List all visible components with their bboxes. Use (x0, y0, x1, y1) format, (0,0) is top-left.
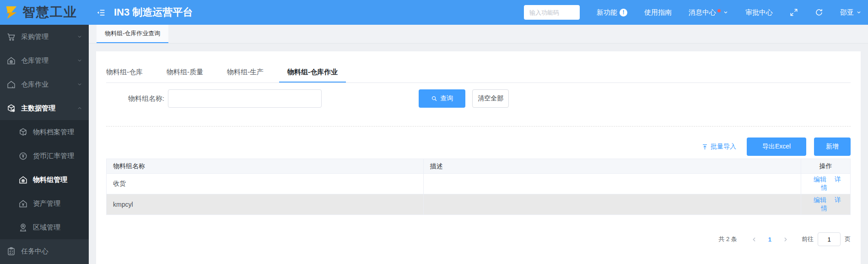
cell-material-group-name: kmpcyl (107, 194, 424, 215)
map-pin-icon (18, 223, 28, 232)
sidebar-item-label: 物料档案管理 (33, 128, 74, 137)
tab-material-group-quality[interactable]: 物料组-质量 (158, 61, 211, 82)
goto-page-label: 前往 (802, 235, 814, 243)
content-card: 物料组-仓库 物料组-质量 物料组-生产 物料组-仓库作业 物料组名称: 查询 (96, 51, 861, 264)
sidebar-item-label: 采购管理 (21, 33, 49, 41)
total-count-label: 共 2 条 (718, 235, 737, 243)
column-header-name: 物料组名称 (107, 159, 424, 174)
export-excel-button[interactable]: 导出Excel (747, 138, 806, 156)
cell-material-group-name: 收货 (107, 174, 424, 194)
cube-gear-icon (6, 104, 16, 113)
search-icon (431, 95, 437, 102)
sidebar-item-purchase-mgmt[interactable]: 采购管理 (0, 25, 89, 49)
sidebar-item-label: 仓库管理 (21, 56, 49, 65)
query-button-label: 查询 (440, 94, 453, 103)
refresh-icon[interactable] (815, 8, 823, 16)
sidebar-item-label: 任务中心 (21, 247, 49, 256)
sidebar-item-currency-rate-mgmt[interactable]: 货币汇率管理 (0, 144, 89, 168)
column-header-actions: 操作 (801, 159, 851, 174)
sidebar-item-label: 物料组管理 (33, 176, 67, 184)
clear-all-button[interactable]: 清空全部 (472, 89, 509, 108)
batch-import-link[interactable]: 批量导入 (701, 143, 736, 151)
material-group-table: 物料组名称 描述 操作 收货 编辑 详情 km (106, 159, 851, 215)
add-new-button[interactable]: 新增 (814, 138, 851, 156)
user-guide-label: 使用指南 (644, 8, 672, 17)
chevron-down-icon (77, 82, 82, 87)
tab-material-group-warehouse-ops[interactable]: 物料组-仓库作业 (279, 61, 346, 82)
approval-center-button[interactable]: 审批中心 (745, 8, 773, 17)
user-menu-button[interactable]: 邵亚 (840, 8, 862, 17)
house-yen-icon (18, 199, 28, 209)
table-row: 收货 编辑 详情 (107, 174, 851, 194)
sidebar-item-label: 仓库作业 (21, 80, 49, 89)
chevron-up-icon (77, 105, 82, 111)
page-number-1[interactable]: 1 (761, 236, 778, 243)
tag-active-page[interactable]: 物料组-仓库作业查询 (97, 25, 168, 43)
cell-description (423, 194, 801, 215)
sidebar-item-task-center[interactable]: 任务中心 (0, 239, 89, 263)
sidebar-item-master-data-mgmt[interactable]: 主数据管理 (0, 96, 89, 120)
new-features-button[interactable]: 新功能 ! (597, 8, 627, 17)
chevron-down-icon (723, 10, 728, 15)
cart-icon (6, 32, 16, 42)
query-button[interactable]: 查询 (419, 89, 465, 108)
company-logo-icon (4, 5, 19, 20)
table-row: kmpcyl 编辑 详情 (107, 194, 851, 215)
sidebar-item-asset-mgmt[interactable]: 资产管理 (0, 192, 89, 215)
add-new-label: 新增 (826, 143, 839, 151)
function-code-search-input[interactable] (524, 5, 580, 20)
chevron-down-icon (856, 10, 862, 15)
sidebar-item-material-archive-mgmt[interactable]: 物料档案管理 (0, 120, 89, 144)
upload-icon (701, 143, 708, 150)
main-area: 物料组-仓库作业查询 物料组-仓库 物料组-质量 物料组-生产 物料组-仓库作业… (89, 25, 868, 264)
message-center-button[interactable]: 消息中心 (689, 8, 728, 17)
sidebar-nav: 采购管理 仓库管理 仓库作业 (0, 25, 89, 264)
dashed-divider (106, 126, 851, 126)
chevron-down-icon (77, 34, 82, 39)
top-header-bar: 智慧工业 IN3 制造运营平台 新功能 ! 使用指南 消息中心 (0, 0, 868, 25)
edit-link[interactable]: 编辑 (814, 176, 826, 183)
sidebar-submenu-master-data: 物料档案管理 货币汇率管理 物料组管理 (0, 120, 89, 239)
material-group-name-input[interactable] (168, 89, 322, 108)
warehouse-gear-icon (6, 56, 16, 66)
collapse-menu-icon[interactable] (96, 8, 106, 17)
query-form: 物料组名称: 查询 清空全部 (106, 89, 851, 108)
exclamation-badge-icon: ! (620, 9, 627, 16)
sidebar-item-warehouse-ops[interactable]: 仓库作业 (0, 72, 89, 96)
prev-page-icon[interactable] (747, 236, 761, 242)
material-group-name-label: 物料组名称: (128, 94, 164, 103)
batch-import-label: 批量导入 (711, 143, 736, 151)
goto-page-input[interactable] (818, 232, 841, 246)
table-actions-row: 批量导入 导出Excel 新增 (106, 138, 851, 156)
edit-link[interactable]: 编辑 (814, 196, 826, 204)
message-center-label: 消息中心 (689, 8, 716, 17)
header-nav: 新功能 ! 使用指南 消息中心 审批中心 (524, 5, 868, 20)
pagination: 共 2 条 1 前往 页 (106, 232, 851, 246)
export-excel-label: 导出Excel (762, 143, 791, 151)
approval-center-label: 审批中心 (745, 8, 773, 17)
cell-actions: 编辑 详情 (801, 174, 851, 194)
page-title: IN3 制造运营平台 (114, 6, 193, 19)
sidebar-item-label: 主数据管理 (21, 104, 55, 113)
cell-description (423, 174, 801, 194)
username: 邵亚 (840, 8, 854, 17)
user-guide-button[interactable]: 使用指南 (644, 8, 672, 17)
warehouse-icon (6, 80, 16, 89)
next-page-icon[interactable] (778, 236, 793, 242)
sidebar-item-warehouse-mgmt[interactable]: 仓库管理 (0, 49, 89, 72)
column-header-description: 描述 (423, 159, 801, 174)
clear-all-label: 清空全部 (478, 94, 503, 103)
logo-text: 智慧工业 (22, 4, 77, 21)
notification-dot-icon (717, 9, 721, 12)
cell-actions: 编辑 详情 (801, 194, 851, 215)
house-gear-icon (18, 175, 28, 185)
chevron-down-icon (77, 58, 82, 63)
sidebar-item-region-mgmt[interactable]: 区域管理 (0, 215, 89, 239)
tab-material-group-warehouse[interactable]: 物料组-仓库 (106, 61, 151, 82)
sidebar-item-label: 资产管理 (33, 199, 60, 208)
tab-material-group-production[interactable]: 物料组-生产 (219, 61, 272, 82)
sidebar-item-label: 区域管理 (33, 223, 60, 232)
sidebar-item-material-group-mgmt[interactable]: 物料组管理 (0, 168, 89, 192)
new-features-label: 新功能 (597, 8, 617, 17)
fullscreen-icon[interactable] (790, 8, 798, 16)
